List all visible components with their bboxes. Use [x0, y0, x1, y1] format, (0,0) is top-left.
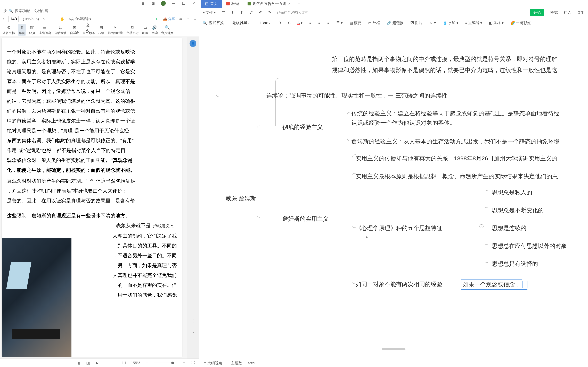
select-translate[interactable]: Aあ 划词翻译 ▾: [69, 17, 91, 21]
expand-icon[interactable]: ⌄: [193, 17, 196, 21]
mm-node-editing[interactable]: 如果一个观念或信念，: [461, 280, 527, 290]
mm-node[interactable]: 《心理学原理》种的五个思想特征: [355, 224, 442, 232]
mm-node[interactable]: 思想是连续的: [492, 224, 527, 232]
compare-button[interactable]: ⧉文档比对: [126, 25, 139, 35]
rotate-button[interactable]: ⟲旋转文档: [3, 25, 15, 35]
tab-daoke[interactable]: 稻壳: [222, 0, 243, 8]
mm-node[interactable]: 思想总是不断变化的: [492, 206, 544, 214]
icon-button[interactable]: ☺ ▾: [429, 21, 436, 25]
new-icon[interactable]: ▢: [222, 10, 225, 15]
start-button[interactable]: 开始: [530, 9, 544, 16]
mm-node[interactable]: 如同一对象不能有两次相同的经验: [355, 280, 442, 288]
double-page-button[interactable]: ▯▯双页: [29, 25, 35, 35]
minimize-icon[interactable]: —: [171, 1, 176, 6]
mm-node[interactable]: 第三位的范畴是指两个事物之间的中介或连接，最典型的就是符号关系，即对符号的理解: [332, 55, 557, 63]
cloud-sync-icon[interactable]: ↻: [156, 17, 159, 21]
bold-button[interactable]: B: [278, 21, 281, 25]
undo-icon[interactable]: ↶: [259, 10, 262, 15]
user-badge[interactable]: 👤: [190, 40, 196, 47]
mm-node[interactable]: 认识或经验一个作为他认识对象的客体。: [351, 119, 456, 127]
horizontal-scrollbar[interactable]: [382, 348, 406, 350]
mm-node[interactable]: 传统的经验主义：建立在将经验等同于感觉或知觉的基础上。是静态单面地看待经: [351, 109, 560, 117]
fullscreen-icon[interactable]: ⛶: [191, 360, 196, 365]
rainbow-button[interactable]: 🌈 一键彩虹: [510, 20, 531, 25]
continuous-button[interactable]: ☰连续阅读: [39, 25, 51, 35]
search-input[interactable]: [15, 9, 196, 13]
mm-node[interactable]: 规律和必然性，如果事物影像不是偶然的话，就要已中介为范畴，连续性和一般性也是这: [332, 66, 557, 74]
frame-button[interactable]: ▭画框: [142, 25, 148, 35]
font-color-button[interactable]: A ▾: [297, 21, 303, 25]
strike-button[interactable]: S: [288, 21, 291, 25]
font-select[interactable]: 微软雅黑 ▾: [231, 20, 251, 26]
upload-icon[interactable]: ⬆: [240, 10, 243, 15]
mm-node[interactable]: 思想总是私人的: [492, 189, 532, 196]
mm-node[interactable]: 詹姆斯的经验主义：从人基本的生存活动方式出发，我们不是一个静态的抽象环境: [351, 138, 560, 145]
page-input[interactable]: [8, 16, 18, 22]
style-button[interactable]: ◧ 风格 ▾: [489, 20, 504, 25]
read-button[interactable]: 🔊阅读: [152, 25, 158, 35]
hand-tool-icon[interactable]: ✋: [60, 17, 64, 21]
frame-button[interactable]: ▭ 外框: [368, 20, 380, 25]
mm-node[interactable]: 连续论：强调事物的可能性、现实性和一般性，一-三范畴之间的连续性。: [266, 92, 453, 100]
zoom-slider[interactable]: [154, 363, 177, 363]
align-right-icon[interactable]: ≡: [327, 21, 329, 25]
next-page-button[interactable]: ›: [43, 16, 45, 22]
play-icon[interactable]: ▶: [95, 360, 100, 365]
fit-page-icon[interactable]: ⊞: [113, 360, 118, 365]
mm-node-root[interactable]: 威廉 詹姆斯: [225, 195, 256, 202]
find-replace-button[interactable]: 🔍[object Object]查找替换: [202, 20, 224, 25]
redo-icon[interactable]: ↷: [268, 10, 271, 15]
collapse-icon[interactable]: ⌃: [186, 17, 189, 21]
renumber-button[interactable]: ≡ 重编号 ▾: [465, 20, 482, 25]
image-button[interactable]: 🖼 图片: [410, 20, 423, 25]
zoom-in-icon[interactable]: +: [182, 360, 186, 365]
outline-view-button[interactable]: ≡ 大纲视角: [204, 360, 222, 366]
compress-button[interactable]: ⊟压缩: [98, 25, 104, 35]
sidebar-more-icon[interactable]: ⋮: [191, 318, 195, 323]
mindmap-canvas[interactable]: 第三位的范畴是指两个事物之间的中介或连接，最典型的就是符号关系，即对符号的理解 …: [199, 29, 588, 359]
link-button[interactable]: 🔗 超链接: [387, 20, 404, 25]
find-replace-button[interactable]: 🔍查找替换: [161, 25, 173, 35]
crop-button[interactable]: ✂截图和对比: [108, 25, 123, 35]
file-menu[interactable]: ≡ 文件 ▾: [202, 10, 216, 15]
mm-node[interactable]: 实用主义的传播却与他有莫大的关系。1898年8月26日加州大学演讲实用主义的: [355, 155, 557, 162]
font-size-select[interactable]: 13px ▾: [258, 20, 272, 26]
insert-menu[interactable]: 插入: [564, 10, 571, 15]
adapt-button[interactable]: ⊡自适应: [70, 25, 79, 35]
summary-button[interactable]: ▤ 概要: [349, 20, 361, 25]
mm-node[interactable]: 实用主义最根本原则是根据思想、概念、命题所产生的实际结果来决定他们的意: [355, 172, 558, 180]
prev-page-button[interactable]: ‹: [3, 16, 4, 22]
tab-document[interactable]: 现代西方哲学十五讲✕: [243, 0, 295, 8]
align-left-icon[interactable]: ≡: [309, 21, 311, 25]
export-menu[interactable]: 导出: [577, 10, 585, 15]
auto-scroll-button[interactable]: ⇊自动滚动: [54, 25, 67, 35]
watermark-button[interactable]: 💧水印 ▾: [443, 20, 458, 25]
list-icon[interactable]: ☰ ▾: [336, 21, 343, 25]
layout-icon[interactable]: ⊞: [140, 1, 146, 6]
zoom-out-icon[interactable]: −: [145, 360, 149, 365]
mm-node[interactable]: 思想总是有选择的: [492, 260, 538, 268]
actual-size-icon[interactable]: 1:1: [122, 360, 127, 365]
tab-add-button[interactable]: +: [295, 0, 303, 8]
tab-close-icon[interactable]: ✕: [288, 2, 291, 6]
avatar-icon[interactable]: [161, 1, 166, 6]
single-page-button[interactable]: ▯单页: [18, 24, 26, 36]
grid-icon[interactable]: ⊟: [151, 1, 156, 6]
more-icon[interactable]: ⊕: [179, 17, 182, 21]
view-mode-2-icon[interactable]: ▯▯: [86, 360, 91, 365]
style-menu[interactable]: 样式: [550, 10, 558, 15]
fit-width-icon[interactable]: ⊡: [104, 360, 109, 365]
download-icon[interactable]: ⬇: [231, 10, 234, 15]
close-icon[interactable]: ✕: [191, 1, 196, 6]
tab-home[interactable]: ▤ 首页: [201, 0, 222, 8]
mm-node[interactable]: 彻底的经验主义: [282, 123, 323, 131]
align-center-icon[interactable]: ≡: [318, 21, 320, 25]
brush-icon[interactable]: 🖌: [249, 10, 253, 15]
mm-node[interactable]: 詹姆斯的实用主义: [282, 215, 329, 223]
view-mode-1-icon[interactable]: ▯: [77, 360, 81, 365]
sidebar-scroll-icon[interactable]: ›: [192, 330, 193, 335]
collapse-toggle[interactable]: −: [479, 224, 484, 228]
share-button[interactable]: 📤 分享: [163, 17, 175, 21]
maximize-icon[interactable]: ☐: [181, 1, 186, 6]
mm-node[interactable]: 思想总在应付思想以外的对象: [492, 242, 567, 250]
